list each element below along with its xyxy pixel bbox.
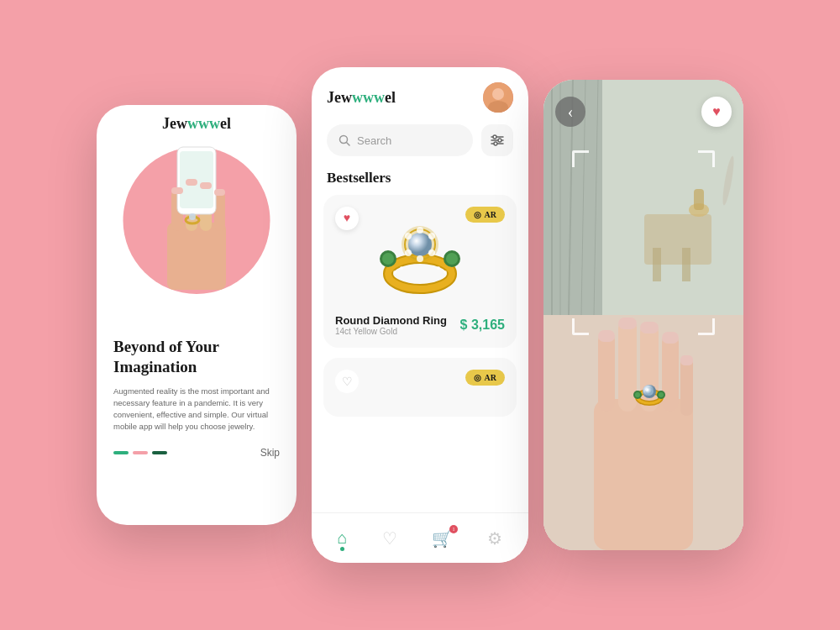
svg-point-33 <box>446 253 458 265</box>
svg-point-27 <box>400 266 403 270</box>
phone1-logo: Jewwwwel <box>162 115 231 133</box>
filter-button[interactable] <box>481 124 513 156</box>
svg-point-26 <box>393 270 396 274</box>
svg-point-41 <box>405 249 412 256</box>
phone-browse: Jewwwwel Search <box>312 67 528 563</box>
ar-corner-tr <box>698 150 715 167</box>
svg-rect-58 <box>594 399 693 550</box>
svg-point-73 <box>645 388 648 391</box>
bottom-nav: ⌂ ♡ 🛒 1 ⚙ <box>312 512 528 563</box>
ar-corner-bl <box>572 318 589 335</box>
svg-rect-10 <box>186 179 197 186</box>
search-placeholder: Search <box>357 134 391 147</box>
phone-ar: ‹ ♥ <box>543 80 743 550</box>
ar-corner-br <box>698 318 715 335</box>
back-button[interactable]: ‹ <box>555 97 585 127</box>
svg-line-17 <box>347 143 350 146</box>
nav-favorites[interactable]: ♡ <box>382 528 397 549</box>
svg-rect-6 <box>180 151 213 208</box>
svg-point-37 <box>417 227 423 234</box>
svg-point-38 <box>428 233 435 239</box>
card2-ar-icon: ◎ <box>474 373 481 382</box>
svg-rect-63 <box>680 357 693 416</box>
card2-ar-badge[interactable]: ◎ AR <box>465 370 505 386</box>
heart-filled-icon: ♥ <box>344 212 350 225</box>
svg-rect-0 <box>167 223 226 290</box>
heart-outline-icon: ♡ <box>342 375 353 389</box>
svg-rect-9 <box>171 187 183 194</box>
svg-point-28 <box>437 266 440 270</box>
main-container: Jewwwwel <box>80 42 760 588</box>
phone-onboarding: Jewwwwel <box>97 105 297 525</box>
nav-cart[interactable]: 🛒 1 <box>432 528 453 549</box>
settings-icon: ⚙ <box>487 528 502 549</box>
ar-label: AR <box>485 210 496 219</box>
search-row: Search <box>312 121 528 163</box>
ar-corner-tl <box>572 150 589 167</box>
ar-badge[interactable]: ◎ AR <box>465 207 505 223</box>
product-card-2[interactable]: ♡ ◎ AR <box>323 358 517 417</box>
svg-rect-12 <box>214 189 225 196</box>
svg-point-29 <box>444 270 447 274</box>
phone1-footer: Skip <box>113 447 280 459</box>
svg-point-23 <box>494 142 497 145</box>
search-box[interactable]: Search <box>327 124 473 156</box>
svg-rect-59 <box>598 332 615 412</box>
card-price: $ 3,165 <box>460 318 505 333</box>
cart-badge: 1 <box>449 525 458 533</box>
ar-frame <box>572 150 715 335</box>
card-name: Round Diamond Ring <box>335 314 447 327</box>
dot-1 <box>113 451 129 454</box>
svg-point-21 <box>493 135 496 139</box>
svg-point-22 <box>498 139 501 142</box>
ar-like-button[interactable]: ♥ <box>701 97 732 127</box>
heart-icon: ♥ <box>712 104 721 119</box>
user-avatar[interactable] <box>483 82 513 113</box>
svg-point-31 <box>382 253 394 265</box>
svg-point-77 <box>659 392 664 397</box>
svg-point-75 <box>635 392 640 397</box>
nav-home[interactable]: ⌂ <box>338 528 348 548</box>
phone2-logo: Jewwwwel <box>327 89 396 107</box>
phone1-hand-image <box>134 122 260 290</box>
card2-like-button[interactable]: ♡ <box>335 370 359 393</box>
card-info: Round Diamond Ring 14ct Yellow Gold $ 3,… <box>335 314 505 336</box>
card2-ar-label: AR <box>485 373 496 382</box>
home-icon: ⌂ <box>338 528 348 548</box>
svg-point-14 <box>492 88 504 100</box>
card-like-button[interactable]: ♥ <box>335 207 359 230</box>
filter-icon <box>491 134 504 146</box>
svg-rect-62 <box>662 333 679 412</box>
section-title: Bestsellers <box>312 163 528 195</box>
ar-icon: ◎ <box>474 210 481 219</box>
onboarding-dots <box>113 451 167 454</box>
svg-point-39 <box>428 249 435 256</box>
svg-point-42 <box>405 233 412 239</box>
skip-button[interactable]: Skip <box>260 447 280 459</box>
ar-background: ‹ ♥ <box>543 80 743 550</box>
svg-point-40 <box>417 255 423 262</box>
ring-image <box>370 207 470 307</box>
dot-2 <box>133 451 148 454</box>
favorites-icon: ♡ <box>382 528 397 549</box>
svg-rect-68 <box>680 355 693 365</box>
phone1-description: Augmented reality is the most important … <box>113 386 280 433</box>
phone2-header: Jewwwwel <box>312 67 528 121</box>
product-card-1[interactable]: ♥ ◎ AR <box>323 195 517 348</box>
svg-rect-11 <box>200 182 212 189</box>
phone1-title: Beyond of Your Imagination <box>113 337 280 377</box>
card-name-group: Round Diamond Ring 14ct Yellow Gold <box>335 314 447 336</box>
nav-settings[interactable]: ⚙ <box>487 528 502 549</box>
svg-point-8 <box>189 213 196 220</box>
search-icon <box>339 134 350 146</box>
svg-point-36 <box>408 233 432 256</box>
card-subtitle: 14ct Yellow Gold <box>335 327 447 336</box>
phone1-hero: Jewwwwel <box>97 105 297 323</box>
back-icon: ‹ <box>568 103 574 120</box>
nav-active-dot <box>340 547 344 551</box>
phone1-content: Beyond of Your Imagination Augmented rea… <box>97 323 297 472</box>
svg-rect-61 <box>640 323 659 412</box>
dot-3 <box>152 451 167 454</box>
